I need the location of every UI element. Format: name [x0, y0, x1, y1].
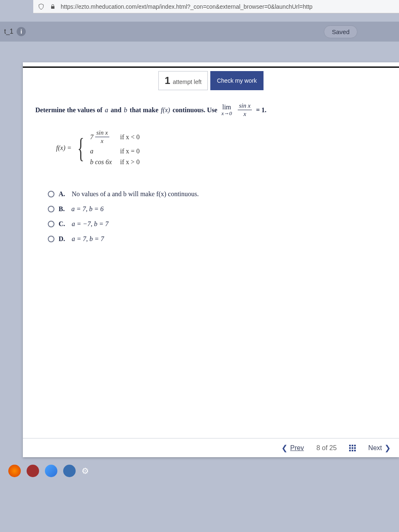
- choice-b[interactable]: B. a = 7, b = 6: [48, 202, 387, 217]
- choice-d[interactable]: D. a = 7, b = 7: [48, 232, 387, 246]
- tab-strip: t_1 i Saved: [0, 22, 399, 42]
- next-label: Next: [368, 444, 382, 452]
- choice-text: a = −7, b = 7: [72, 220, 108, 228]
- case2-expr: a: [90, 148, 112, 155]
- choice-letter: C.: [59, 220, 65, 228]
- top-border: [23, 66, 399, 68]
- question-area: Determine the values of a and b that mak…: [23, 90, 399, 246]
- prev-label: Prev: [290, 444, 304, 452]
- info-icon[interactable]: i: [17, 27, 26, 36]
- firefox-icon[interactable]: [8, 465, 21, 477]
- attempts-number: 1: [165, 75, 170, 86]
- mail-icon[interactable]: [63, 465, 76, 477]
- case1-num: sin x: [95, 130, 109, 137]
- url-text[interactable]: https://ezto.mheducation.com/ext/map/ind…: [61, 3, 313, 10]
- app-icon[interactable]: [27, 465, 39, 477]
- prompt-cont: continuous. Use: [172, 106, 217, 114]
- lim-sub: x→0: [222, 111, 232, 116]
- var-a: a: [105, 106, 108, 114]
- case3-cond: if x > 0: [120, 158, 140, 166]
- piecewise-function: f(x) = { 7 sin x x if x < 0 a if x = 0 b…: [56, 130, 387, 166]
- next-button[interactable]: Next ❯: [368, 443, 391, 453]
- radio-b[interactable]: [48, 206, 54, 212]
- var-b: b: [124, 106, 127, 114]
- choice-text: No values of a and b will make f(x) cont…: [72, 190, 199, 198]
- cloud-icon[interactable]: [45, 465, 57, 477]
- choice-text: a = 7, b = 7: [72, 235, 104, 243]
- content-page: 1 attempt left Check my work Determine t…: [23, 62, 399, 457]
- saved-badge: Saved: [324, 25, 357, 38]
- prompt-lead: Determine the values of: [35, 106, 102, 114]
- case1-coeff: 7: [90, 133, 94, 141]
- radio-a[interactable]: [48, 191, 54, 197]
- shield-icon[interactable]: [37, 3, 45, 10]
- radio-c[interactable]: [48, 221, 54, 227]
- case1-frac: sin x x: [95, 130, 109, 144]
- brace-icon: {: [77, 135, 84, 160]
- bottom-nav: ❮ Prev 8 of 25 Next ❯: [23, 438, 399, 457]
- attempts-remaining: 1 attempt left: [158, 71, 208, 90]
- answer-choices: A. No values of a and b will make f(x) c…: [48, 187, 387, 246]
- tab-label: t_1: [4, 28, 13, 35]
- choice-letter: A.: [59, 190, 65, 198]
- prompt-mid: that make: [130, 106, 158, 114]
- frac-num: sin x: [238, 103, 252, 110]
- equals-one: = 1.: [256, 106, 266, 114]
- choice-text: a = 7, b = 6: [71, 205, 104, 213]
- lim-word: lim: [222, 104, 231, 111]
- attempts-text: attempt left: [173, 79, 202, 85]
- chevron-left-icon: ❮: [281, 443, 288, 453]
- case1-cond: if x < 0: [120, 133, 140, 141]
- toolbar: 1 attempt left Check my work: [23, 71, 399, 90]
- limit: lim x→0: [222, 104, 232, 116]
- lock-icon: [49, 3, 57, 10]
- grid-icon[interactable]: [349, 445, 356, 451]
- choice-letter: D.: [59, 235, 65, 243]
- choice-letter: B.: [59, 205, 65, 213]
- choice-c[interactable]: C. a = −7, b = 7: [48, 217, 387, 232]
- prompt-and: and: [111, 106, 121, 114]
- piecewise-cases: 7 sin x x if x < 0 a if x = 0 b cos 6x i…: [90, 130, 140, 166]
- address-bar: https://ezto.mheducation.com/ext/map/ind…: [33, 0, 399, 13]
- choice-a[interactable]: A. No values of a and b will make f(x) c…: [48, 187, 387, 202]
- case3-expr: b cos 6x: [90, 158, 112, 166]
- fx: f(x): [161, 106, 170, 114]
- radio-d[interactable]: [48, 236, 54, 242]
- case2-cond: if x = 0: [120, 148, 140, 155]
- question-prompt: Determine the values of a and b that mak…: [35, 103, 387, 117]
- fx-equals: f(x) =: [56, 144, 71, 152]
- pager: 8 of 25: [316, 444, 337, 452]
- chevron-right-icon: ❯: [384, 443, 391, 453]
- prev-button[interactable]: ❮ Prev: [281, 443, 304, 453]
- case1-expr: 7 sin x x: [90, 130, 112, 144]
- frac-den: x: [244, 110, 246, 117]
- check-my-work-button[interactable]: Check my work: [210, 71, 264, 90]
- taskbar: ⚙: [0, 461, 125, 480]
- gear-icon[interactable]: ⚙: [81, 466, 89, 476]
- case1-den: x: [101, 137, 103, 144]
- fraction-sinx-x: sin x x: [238, 103, 252, 117]
